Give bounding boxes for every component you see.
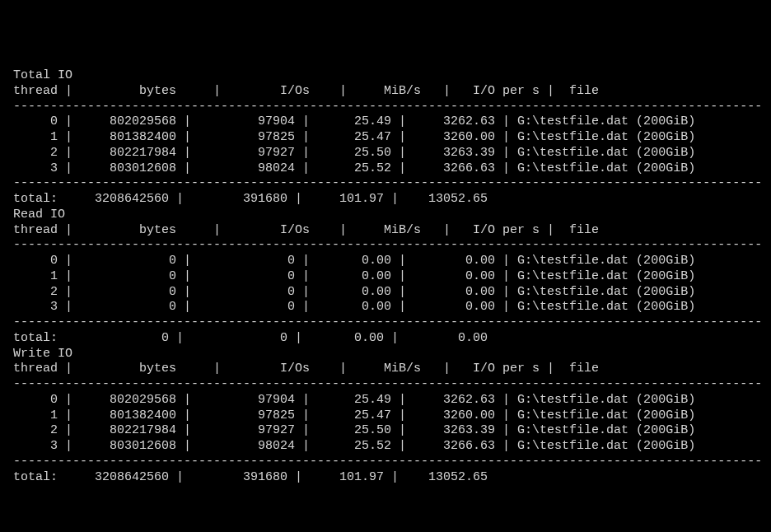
- terminal-output: Total IOthread | bytes | I/Os | MiB/s | …: [13, 68, 758, 485]
- table-row: 3 | 803012608 | 98024 | 25.52 | 3266.63 …: [13, 161, 758, 177]
- separator-line: ----------------------------------------…: [13, 100, 758, 115]
- table-row: 0 | 802029568 | 97904 | 25.49 | 3262.63 …: [13, 114, 758, 130]
- table-row: 1 | 801382400 | 97825 | 25.47 | 3260.00 …: [13, 130, 758, 146]
- table-row: 0 | 0 | 0 | 0.00 | 0.00 | G:\testfile.da…: [13, 254, 758, 269]
- table-row: 1 | 0 | 0 | 0.00 | 0.00 | G:\testfile.da…: [13, 269, 758, 285]
- separator-line: ----------------------------------------…: [13, 455, 758, 470]
- section-title: Total IO: [13, 68, 758, 84]
- table-row: 2 | 0 | 0 | 0.00 | 0.00 | G:\testfile.da…: [13, 285, 758, 301]
- total-row: total: 0 | 0 | 0.00 | 0.00: [13, 331, 758, 347]
- separator-line: ----------------------------------------…: [13, 377, 758, 393]
- table-header: thread | bytes | I/Os | MiB/s | I/O per …: [13, 362, 758, 377]
- table-header: thread | bytes | I/Os | MiB/s | I/O per …: [13, 223, 758, 239]
- table-row: 1 | 801382400 | 97825 | 25.47 | 3260.00 …: [13, 408, 758, 424]
- table-row: 3 | 0 | 0 | 0.00 | 0.00 | G:\testfile.da…: [13, 300, 758, 315]
- section-title: Read IO: [13, 208, 758, 223]
- separator-line: ----------------------------------------…: [13, 176, 758, 192]
- separator-line: ----------------------------------------…: [13, 238, 758, 254]
- table-row: 0 | 802029568 | 97904 | 25.49 | 3262.63 …: [13, 393, 758, 408]
- table-row: 3 | 803012608 | 98024 | 25.52 | 3266.63 …: [13, 439, 758, 455]
- total-row: total: 3208642560 | 391680 | 101.97 | 13…: [13, 192, 758, 208]
- total-row: total: 3208642560 | 391680 | 101.97 | 13…: [13, 470, 758, 486]
- separator-line: ----------------------------------------…: [13, 315, 758, 331]
- section-title: Write IO: [13, 347, 758, 362]
- table-row: 2 | 802217984 | 97927 | 25.50 | 3263.39 …: [13, 423, 758, 439]
- table-header: thread | bytes | I/Os | MiB/s | I/O per …: [13, 84, 758, 100]
- table-row: 2 | 802217984 | 97927 | 25.50 | 3263.39 …: [13, 146, 758, 161]
